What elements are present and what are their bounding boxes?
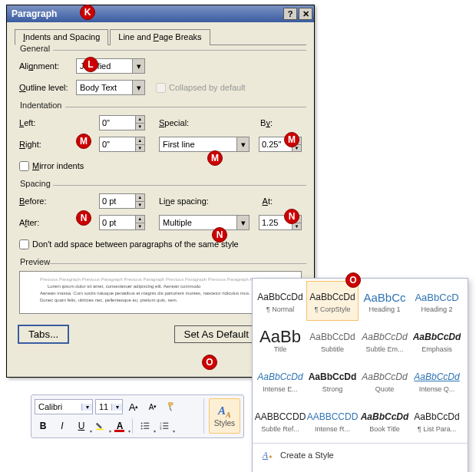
at-label: At: (263, 196, 273, 206)
svg-rect-12 (163, 428, 168, 429)
left-input[interactable]: ▲▼ (99, 115, 145, 130)
style-preview: AaBbCcDd (257, 289, 302, 305)
before-label: Before: (19, 196, 76, 206)
general-group: General Alignment: Justified▾ Outline le… (15, 50, 306, 104)
style-name: Strong (322, 385, 343, 393)
help-button[interactable]: ? (283, 8, 297, 20)
grow-font-button[interactable]: A▴ (125, 398, 142, 415)
style-preview: AaBbCcDd (413, 328, 461, 345)
underline-button[interactable]: U▾ (73, 418, 90, 434)
marker-m3: M (284, 132, 299, 147)
default-button[interactable]: Set As Default (174, 325, 259, 343)
style-name: Quote (375, 385, 395, 393)
style-item[interactable]: AaBbCcDdQuote (359, 361, 411, 401)
before-input[interactable]: ▲▼ (99, 193, 145, 209)
after-label: After: (19, 218, 76, 227)
style-name: ¶ Normal (266, 305, 294, 313)
shrink-font-button[interactable]: A▾ (144, 398, 161, 415)
style-name: Title (274, 345, 287, 353)
svg-rect-6 (144, 428, 149, 429)
style-name: Subtle Ref... (261, 425, 299, 433)
svg-point-1 (141, 422, 143, 424)
style-name: ¶ List Para... (418, 425, 456, 433)
style-item[interactable]: AaBbCcDdIntense Q... (411, 361, 463, 401)
collapsed-checkbox: Collapsed by default (156, 83, 246, 93)
style-preview: AaBbCcDd (309, 289, 355, 305)
style-preview: AaBbCcDd (309, 328, 355, 345)
bold-button[interactable]: B (35, 418, 51, 434)
style-name: ¶ CorpStyle (315, 305, 351, 313)
style-item[interactable]: AaBbCcHeading 1 (359, 281, 411, 321)
style-item[interactable]: AaBbCcDHeading 2 (411, 281, 463, 321)
style-name: Subtle Em... (365, 345, 403, 353)
style-preview: AaBbCcDd (414, 408, 459, 425)
outline-combo[interactable]: Body Text▾ (76, 80, 145, 95)
tabs-button[interactable]: Tabs... (18, 325, 69, 344)
style-item[interactable]: AaBbCcDdSubtle Em... (359, 321, 411, 361)
eraser-icon: A◢ (262, 469, 274, 472)
font-size-combo[interactable]: 11▾ (95, 399, 123, 414)
svg-text:3: 3 (160, 427, 162, 431)
right-label: Right: (19, 140, 76, 149)
style-item[interactable]: AABBCCDDSubtle Ref... (254, 401, 306, 441)
special-label: Special: (159, 118, 220, 127)
linespacing-combo[interactable]: Multiple▾ (159, 215, 250, 230)
style-name: Subtitle (321, 345, 344, 353)
dontadd-checkbox[interactable]: Don't add space between paragraphs of th… (19, 239, 239, 249)
italic-button[interactable]: I (54, 418, 71, 434)
alignment-label: Alignment: (19, 61, 76, 71)
svg-rect-2 (144, 423, 149, 424)
tab-indents[interactable]: Indents and Spacing (15, 29, 108, 45)
marker-m: M (76, 134, 91, 149)
style-name: Book Title (369, 425, 400, 433)
clear-formatting-cmd[interactable]: A◢ Clear Formatting (254, 465, 466, 472)
font-color-button[interactable]: A ▾ (111, 418, 128, 434)
create-style-cmd[interactable]: A✦ Create a Style (254, 445, 466, 465)
svg-rect-10 (163, 425, 168, 426)
style-preview: AaBbCcDd (309, 368, 357, 385)
format-painter-button[interactable] (164, 398, 180, 415)
marker-m2: M (207, 150, 223, 166)
outline-label: Outline level: (19, 83, 76, 92)
style-name: Heading 1 (369, 305, 400, 313)
marker-o2: O (345, 272, 361, 288)
special-combo[interactable]: First line▾ (159, 137, 250, 152)
bullets-button[interactable]: ▾ (137, 418, 154, 434)
marker-n: N (76, 210, 91, 226)
svg-point-3 (141, 425, 143, 427)
svg-rect-4 (144, 425, 149, 426)
right-input[interactable]: ▲▼ (99, 137, 145, 152)
after-input[interactable]: ▲▼ (99, 215, 145, 230)
style-item[interactable]: AaBbCcDdStrong (306, 361, 359, 401)
marker-n2: N (212, 227, 227, 243)
marker-k: K (80, 5, 95, 20)
mirror-checkbox[interactable]: Mirror indents (19, 161, 84, 171)
style-item[interactable]: AaBbCcDdIntense E... (254, 361, 306, 401)
style-item[interactable]: AaBbTitle (254, 321, 306, 361)
style-item[interactable]: AaBbCcDdSubtitle (306, 321, 359, 361)
style-preview: AaBbCcDd (257, 368, 302, 385)
highlight-button[interactable]: ▾ (92, 418, 109, 434)
font-name-combo[interactable]: Calibri▾ (35, 399, 93, 414)
create-style-icon: A✦ (262, 449, 274, 461)
styles-button[interactable]: AA Styles (209, 398, 240, 434)
titlebar[interactable]: Paragraph ? ✕ (7, 5, 314, 22)
style-item[interactable]: AABBCCDDIntense R... (306, 401, 359, 441)
style-item[interactable]: AaBbCcDdBook Title (359, 401, 411, 441)
numbering-button[interactable]: 123▾ (156, 418, 173, 434)
tab-breaks[interactable]: Line and Page Breaks (110, 29, 210, 45)
style-item[interactable]: AaBbCcDd¶ Normal (254, 281, 306, 321)
close-button[interactable]: ✕ (299, 8, 312, 20)
spacing-group: Spacing Before: ▲▼ Line spacing: At: Aft… (15, 185, 306, 260)
style-preview: AaBbCcDd (362, 328, 407, 345)
style-item[interactable]: AaBbCcDd¶ List Para... (411, 401, 463, 441)
style-item[interactable]: AaBbCcDdEmphasis (411, 321, 463, 361)
style-preview: AABBCCDD (255, 408, 306, 425)
svg-rect-8 (163, 423, 168, 424)
style-preview: AaBb (259, 328, 301, 345)
style-name: Intense E... (263, 385, 298, 393)
style-name: Heading 2 (421, 305, 452, 313)
svg-point-5 (141, 427, 143, 429)
dialog-title: Paragraph (12, 8, 282, 19)
by-label: By: (260, 118, 273, 127)
